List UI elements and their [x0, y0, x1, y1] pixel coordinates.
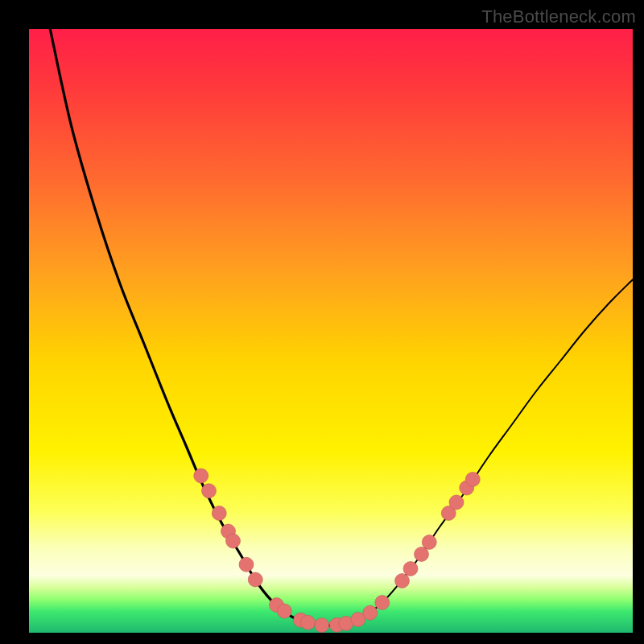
- data-marker: [449, 495, 464, 510]
- watermark-text: TheBottleneck.com: [481, 6, 636, 27]
- data-marker: [403, 562, 418, 576]
- data-marker: [226, 534, 241, 548]
- data-marker: [248, 572, 262, 587]
- data-marker: [239, 557, 254, 572]
- data-marker: [363, 605, 378, 620]
- data-marker: [277, 604, 291, 618]
- data-marker: [194, 469, 208, 483]
- data-marker: [465, 473, 480, 487]
- data-marker: [415, 547, 429, 562]
- curve-right-branch: [331, 279, 633, 625]
- data-marker: [301, 615, 316, 630]
- data-marker: [375, 596, 390, 610]
- plot-area: [29, 29, 633, 633]
- data-marker: [315, 618, 329, 633]
- data-marker: [202, 484, 217, 498]
- data-marker: [395, 574, 410, 588]
- data-marker: [212, 506, 226, 521]
- data-marker: [422, 535, 436, 550]
- outer-frame: TheBottleneck.com: [0, 0, 644, 644]
- curve-left-branch: [50, 29, 331, 625]
- chart-svg: [29, 29, 633, 633]
